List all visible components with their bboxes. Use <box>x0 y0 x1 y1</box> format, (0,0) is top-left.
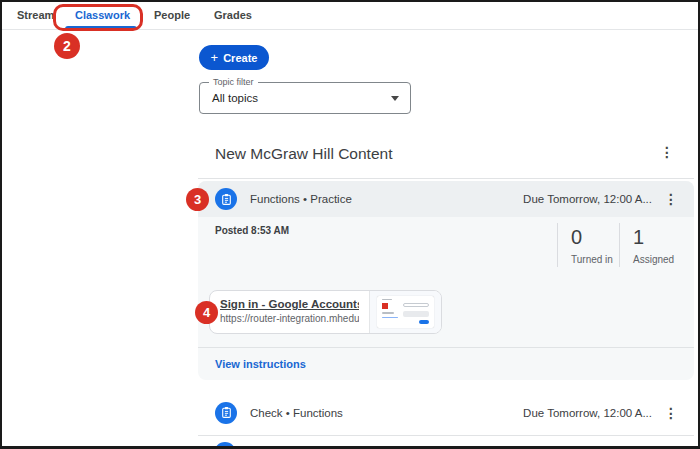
assignment-title: Functions • Practice <box>250 193 352 205</box>
view-instructions-link[interactable]: View instructions <box>215 358 306 370</box>
plus-icon: + <box>211 51 219 64</box>
thumb-line <box>382 317 398 318</box>
annotation-rect-classwork <box>53 4 143 31</box>
stat-turned-in-label: Turned in <box>571 254 619 265</box>
topic-filter-value: All topics <box>212 83 258 113</box>
attachment-url: https://router-integration.mheduca <box>220 313 359 324</box>
stat-assigned-label: Assigned <box>633 254 681 265</box>
attachment-link-card[interactable]: Sign in - Google Accounts https://router… <box>209 290 442 334</box>
assignment-row-2[interactable]: Check • Functions Due Tomorrow, 12:00 A.… <box>198 390 694 435</box>
thumb-input <box>403 311 429 317</box>
classroom-window: Stream Classwork People Grades 2 + Creat… <box>0 0 700 449</box>
divider <box>198 178 694 179</box>
assignment-2-due-date: Due Tomorrow, 12:00 A... <box>523 407 652 419</box>
stat-turned-in-value: 0 <box>571 225 619 249</box>
assignment-expanded-card: Functions • Practice Due Tomorrow, 12:00… <box>198 181 694 380</box>
assignment-icon <box>215 402 237 424</box>
topic-filter-select[interactable]: Topic filter All topics <box>199 82 411 114</box>
posted-timestamp: Posted 8:53 AM <box>215 225 289 236</box>
attachment-preview-thumbnail <box>369 291 441 333</box>
thumb-line <box>382 312 394 314</box>
assignment-stats: 0 Turned in 1 Assigned <box>557 223 681 267</box>
annotation-step-badge: 2 <box>54 33 80 59</box>
thumb-logo <box>382 303 388 309</box>
annotation-step-badge: 3 <box>186 188 209 211</box>
tab-stream[interactable]: Stream <box>17 2 54 28</box>
stat-assigned[interactable]: 1 Assigned <box>619 223 681 267</box>
assignment-icon-partial <box>214 442 236 449</box>
thumb-line <box>382 299 392 300</box>
dropdown-arrow-icon <box>391 96 399 101</box>
stat-turned-in[interactable]: 0 Turned in <box>557 223 619 267</box>
topic-menu-kebab-icon[interactable]: ⋮ <box>660 145 674 159</box>
assignment-menu-kebab-icon[interactable]: ⋮ <box>664 192 678 206</box>
assignment-2-menu-kebab-icon[interactable]: ⋮ <box>664 406 678 420</box>
assignment-icon <box>215 188 237 210</box>
tab-people[interactable]: People <box>154 2 190 28</box>
create-button[interactable]: + Create <box>199 45 269 70</box>
create-button-label: Create <box>223 52 257 64</box>
thumb-input <box>403 303 429 307</box>
assignment-due-date: Due Tomorrow, 12:00 A... <box>523 193 652 205</box>
attachment-title-link[interactable]: Sign in - Google Accounts <box>220 298 359 310</box>
assignment-2-title: Check • Functions <box>250 407 343 419</box>
tab-grades[interactable]: Grades <box>214 2 252 28</box>
annotation-step-badge: 4 <box>195 301 218 324</box>
stat-assigned-value: 1 <box>633 225 681 249</box>
thumb-button <box>419 320 429 324</box>
clipboard-icon <box>220 406 233 419</box>
divider <box>198 435 694 436</box>
thumbnail-page-mock <box>377 296 434 328</box>
assignment-footer: View instructions <box>198 347 694 380</box>
clipboard-icon <box>220 193 233 206</box>
attachment-text: Sign in - Google Accounts https://router… <box>210 291 369 333</box>
topic-title: New McGraw Hill Content <box>215 145 392 163</box>
assignment-row[interactable]: Functions • Practice Due Tomorrow, 12:00… <box>198 181 694 217</box>
